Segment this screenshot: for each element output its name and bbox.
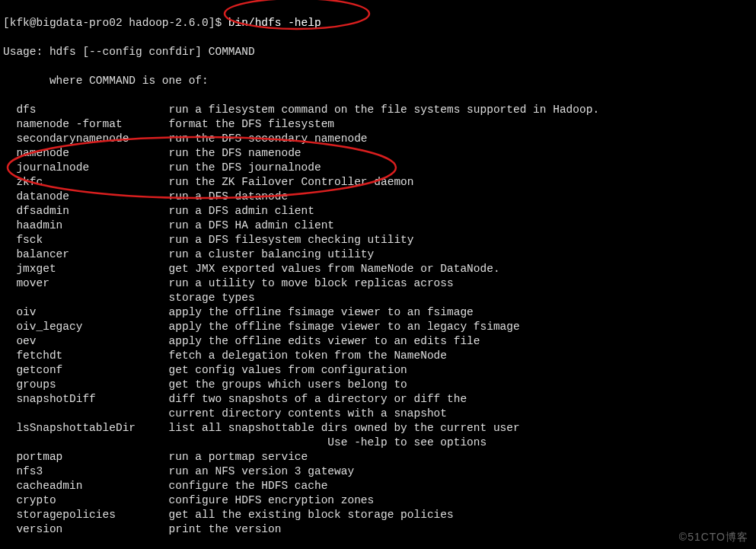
command-desc: run a DFS HA admin client <box>169 219 335 231</box>
help-row: namenode -formatformat the DFS filesyste… <box>3 117 756 132</box>
command-name: fsck <box>3 233 169 247</box>
command-name: dfsadmin <box>3 204 169 219</box>
help-row: cacheadminconfigure the HDFS cache <box>3 479 756 493</box>
help-row: snapshotDiffdiff two snapshots of a dire… <box>3 392 756 407</box>
help-row: nfs3run an NFS version 3 gateway <box>3 464 756 479</box>
help-row: lsSnapshottableDirlist all snapshottable… <box>3 421 756 436</box>
help-row: storagepoliciesget all the existing bloc… <box>3 508 756 522</box>
command-desc: run the DFS journalnode <box>169 161 321 174</box>
command-desc: run a cluster balancing utility <box>169 248 375 260</box>
command-name: haadmin <box>3 219 169 233</box>
help-row: namenoderun the DFS namenode <box>3 146 756 161</box>
command-desc: diff two snapshots of a directory or dif… <box>169 393 467 405</box>
command-desc: run the ZK Failover Controller daemon <box>169 176 414 188</box>
command-name: mover <box>3 276 169 291</box>
command-desc: run a DFS admin client <box>169 205 314 217</box>
command-desc: storage types <box>169 292 255 304</box>
command-name: lsSnapshottableDir <box>3 421 169 436</box>
command-name <box>3 407 169 421</box>
help-row: cryptoconfigure HDFS encryption zones <box>3 493 756 508</box>
help-row: current directory contents with a snapsh… <box>3 407 756 421</box>
help-row: moverrun a utility to move block replica… <box>3 276 756 291</box>
command-name: oiv <box>3 305 169 320</box>
help-row: getconfget config values from configurat… <box>3 363 756 378</box>
command-name: oiv_legacy <box>3 320 169 334</box>
command-desc: get the groups which users belong to <box>169 378 407 391</box>
help-row: groupsget the groups which users belong … <box>3 378 756 392</box>
command-name: cacheadmin <box>3 479 169 493</box>
command-desc: apply the offline fsimage viewer to an l… <box>169 321 520 333</box>
help-row: jmxgetget JMX exported values from NameN… <box>3 262 756 276</box>
command-name <box>3 436 169 450</box>
help-row: portmaprun a portmap service <box>3 450 756 464</box>
command-desc: get all the existing block storage polic… <box>169 509 454 521</box>
command-desc: format the DFS filesystem <box>169 118 335 130</box>
command-desc: current directory contents with a snapsh… <box>169 407 447 420</box>
command-desc: run a filesystem command on the file sys… <box>169 104 600 116</box>
command-desc: run a DFS datanode <box>169 190 289 203</box>
help-row: journalnoderun the DFS journalnode <box>3 161 756 175</box>
command-desc: configure HDFS encryption zones <box>169 494 375 506</box>
command-name: snapshotDiff <box>3 392 169 407</box>
help-row: secondarynamenoderun the DFS secondary n… <box>3 132 756 146</box>
help-row: fetchdtfetch a delegation token from the… <box>3 349 756 363</box>
command-desc: print the version <box>169 523 282 535</box>
command-name <box>3 291 169 305</box>
prompt-line-1: [kfk@bigdata-pro02 hadoop-2.6.0]$ bin/hd… <box>3 16 756 30</box>
command-name: oev <box>3 334 169 349</box>
command-desc: run an NFS version 3 gateway <box>169 465 355 477</box>
command-desc: run a utility to move block replicas acr… <box>169 277 454 289</box>
help-row: balancerrun a cluster balancing utility <box>3 247 756 262</box>
command-desc: run a portmap service <box>169 451 308 463</box>
help-row: dfsrun a filesystem command on the file … <box>3 103 756 117</box>
help-row: oiv_legacyapply the offline fsimage view… <box>3 320 756 334</box>
command-desc: Use -help to see options <box>169 436 487 448</box>
command-desc: run the DFS secondary namenode <box>169 132 368 145</box>
typed-command: bin/hdfs -help <box>228 17 321 29</box>
command-desc: apply the offline fsimage viewer to an f… <box>169 306 474 318</box>
command-desc: configure the HDFS cache <box>169 480 328 492</box>
shell-prompt: [kfk@bigdata-pro02 hadoop-2.6.0]$ <box>3 17 228 29</box>
command-name: portmap <box>3 450 169 464</box>
command-name: storagepolicies <box>3 508 169 522</box>
command-name: zkfc <box>3 175 169 190</box>
command-name: secondarynamenode <box>3 132 169 146</box>
command-name: getconf <box>3 363 169 378</box>
command-desc: get JMX exported values from NameNode or… <box>169 263 500 275</box>
command-name: balancer <box>3 247 169 262</box>
help-row: dfsadminrun a DFS admin client <box>3 204 756 219</box>
help-row: Use -help to see options <box>3 436 756 450</box>
command-name: journalnode <box>3 161 169 175</box>
command-name: version <box>3 522 169 537</box>
command-name: crypto <box>3 493 169 508</box>
command-desc: run a DFS filesystem checking utility <box>169 234 414 246</box>
command-desc: list all snapshottable dirs owned by the… <box>169 422 520 434</box>
command-desc: apply the offline edits viewer to an edi… <box>169 335 480 347</box>
help-row: storage types <box>3 291 756 305</box>
terminal[interactable]: [kfk@bigdata-pro02 hadoop-2.6.0]$ bin/hd… <box>0 0 756 549</box>
command-name: jmxget <box>3 262 169 276</box>
command-desc: fetch a delegation token from the NameNo… <box>169 350 447 362</box>
usage-line: Usage: hdfs [--config confdir] COMMAND <box>3 45 756 59</box>
help-row: zkfcrun the ZK Failover Controller daemo… <box>3 175 756 190</box>
help-row: versionprint the version <box>3 522 756 537</box>
help-row: datanoderun a DFS datanode <box>3 190 756 204</box>
command-name: namenode -format <box>3 117 169 132</box>
help-row: haadminrun a DFS HA admin client <box>3 219 756 233</box>
command-name: dfs <box>3 103 169 117</box>
command-desc: get config values from configuration <box>169 364 407 376</box>
command-name: groups <box>3 378 169 392</box>
command-name: nfs3 <box>3 464 169 479</box>
where-line: where COMMAND is one of: <box>3 74 756 88</box>
watermark: ©51CTO博客 <box>679 531 748 544</box>
command-name: namenode <box>3 146 169 161</box>
command-name: datanode <box>3 190 169 204</box>
help-row: oivapply the offline fsimage viewer to a… <box>3 305 756 320</box>
command-desc: run the DFS namenode <box>169 147 301 159</box>
help-row: oevapply the offline edits viewer to an … <box>3 334 756 349</box>
command-name: fetchdt <box>3 349 169 363</box>
help-row: fsckrun a DFS filesystem checking utilit… <box>3 233 756 247</box>
